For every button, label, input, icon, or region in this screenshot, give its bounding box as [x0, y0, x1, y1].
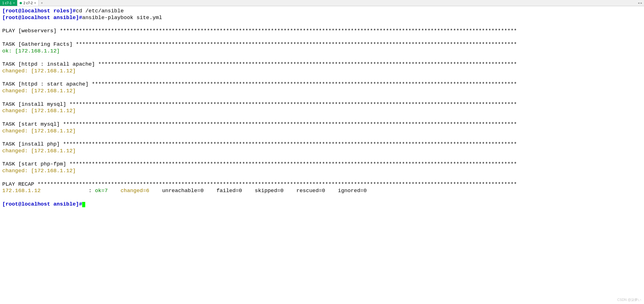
task-result-changed: changed: [172.168.1.12] — [2, 128, 76, 134]
tab-bar-controls: ◂ ▸ — [638, 1, 644, 5]
recap-other: unreachable=0 failed=0 skipped=0 rescued… — [162, 188, 367, 194]
scroll-left-icon[interactable]: ◂ — [638, 1, 640, 5]
shell-prompt: [root@localhost ansible]# — [2, 201, 82, 207]
recap-sep: : — [41, 188, 95, 194]
status-dot-icon — [20, 2, 22, 4]
task-header: TASK [start php-fpm] *******************… — [2, 161, 517, 167]
task-header: TASK [install php] *********************… — [2, 141, 517, 147]
task-result-changed: changed: [172.168.1.12] — [2, 148, 76, 154]
task-header: TASK [Gathering Facts] *****************… — [2, 41, 517, 47]
recap-changed: changed=6 — [121, 188, 159, 194]
tab-label: 2 c7-2 — [23, 1, 33, 5]
scroll-right-icon[interactable]: ▸ — [641, 1, 642, 5]
tab-bar: 1 c7-1 × 2 c7-2 × + ◂ ▸ — [0, 0, 644, 6]
play-recap-header: PLAY RECAP *****************************… — [2, 181, 517, 187]
task-header: TASK [httpd : install apache] **********… — [2, 61, 517, 67]
task-result-changed: changed: [172.168.1.12] — [2, 108, 76, 114]
task-result-changed: changed: [172.168.1.12] — [2, 68, 76, 74]
task-header: TASK [install mysql] *******************… — [2, 101, 517, 107]
command-text: ansible-playbook site.yml — [82, 15, 162, 21]
task-header: TASK [httpd : start apache] ************… — [2, 81, 517, 87]
task-header: TASK [start mysql] *********************… — [2, 121, 517, 127]
command-text: cd /etc/ansible — [76, 8, 124, 14]
shell-prompt: [root@localhost ansible]# — [2, 15, 82, 21]
task-result-changed: changed: [172.168.1.12] — [2, 88, 76, 94]
tab-label: 1 c7-1 — [2, 1, 11, 5]
close-icon[interactable]: × — [13, 1, 15, 5]
task-result-ok: ok: [172.168.1.12] — [2, 48, 60, 54]
shell-prompt: [root@localhost roles]# — [2, 8, 76, 14]
recap-ok: ok=7 — [95, 188, 117, 194]
task-result-changed: changed: [172.168.1.12] — [2, 168, 76, 174]
add-tab-button[interactable]: + — [39, 1, 45, 6]
play-header: PLAY [webservers] **********************… — [2, 28, 517, 34]
tab-c7-1[interactable]: 1 c7-1 × — [0, 0, 17, 6]
tab-c7-2[interactable]: 2 c7-2 × — [17, 0, 38, 6]
cursor-icon — [82, 202, 85, 207]
terminal-output[interactable]: [root@localhost roles]#cd /etc/ansible [… — [0, 6, 644, 209]
close-icon[interactable]: × — [34, 1, 36, 5]
recap-host: 172.168.1.12 — [2, 188, 41, 194]
